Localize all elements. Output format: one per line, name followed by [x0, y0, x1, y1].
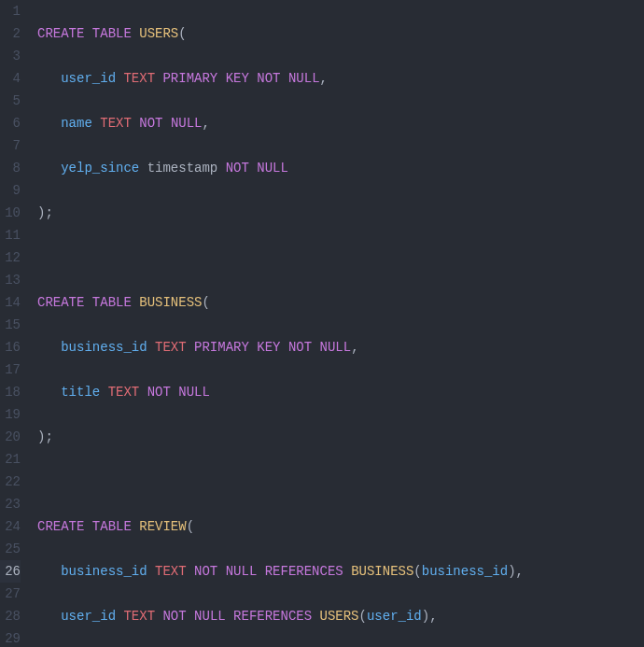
line-number: 23	[0, 493, 21, 515]
line-number: 25	[0, 538, 21, 560]
line-number: 9	[0, 179, 21, 202]
line-number: 19	[0, 403, 21, 426]
code-line[interactable]	[37, 471, 644, 493]
code-line[interactable]: yelp_since timestamp NOT NULL	[37, 157, 644, 179]
line-number-gutter: 1 2 3 4 5 6 7 8 9 10 11 12 13 14 15 16 1…	[0, 0, 37, 647]
line-number: 28	[0, 605, 21, 627]
line-number: 10	[0, 202, 21, 224]
line-number: 13	[0, 269, 21, 291]
code-line[interactable]: CREATE TABLE REVIEW(	[37, 515, 644, 538]
line-number: 5	[0, 90, 21, 112]
code-line[interactable]: CREATE TABLE USERS(	[37, 22, 644, 45]
code-line[interactable]	[37, 246, 644, 269]
line-number: 14	[0, 291, 21, 314]
line-number: 7	[0, 134, 21, 157]
code-line[interactable]: user_id TEXT NOT NULL REFERENCES USERS(u…	[37, 605, 644, 627]
code-line[interactable]: CREATE TABLE BUSINESS(	[37, 291, 644, 314]
line-number: 18	[0, 381, 21, 403]
line-number: 8	[0, 157, 21, 179]
line-number: 4	[0, 67, 21, 90]
code-line[interactable]: title TEXT NOT NULL	[37, 381, 644, 403]
line-number: 27	[0, 583, 21, 605]
code-line[interactable]: );	[37, 426, 644, 448]
line-number: 29	[0, 627, 21, 647]
line-number: 17	[0, 359, 21, 381]
code-line[interactable]: business_id TEXT PRIMARY KEY NOT NULL,	[37, 336, 644, 359]
line-number: 24	[0, 515, 21, 538]
code-line[interactable]: business_id TEXT NOT NULL REFERENCES BUS…	[37, 560, 644, 583]
code-line[interactable]: );	[37, 202, 644, 224]
line-number: 2	[0, 22, 21, 45]
line-number: 1	[0, 0, 21, 22]
line-number: 11	[0, 224, 21, 246]
line-number: 6	[0, 112, 21, 134]
line-number: 21	[0, 448, 21, 471]
line-number: 26	[0, 560, 21, 583]
line-number: 12	[0, 246, 21, 269]
line-number: 22	[0, 471, 21, 493]
code-editor[interactable]: 1 2 3 4 5 6 7 8 9 10 11 12 13 14 15 16 1…	[0, 0, 644, 647]
code-content[interactable]: CREATE TABLE USERS( user_id TEXT PRIMARY…	[37, 0, 644, 647]
code-line[interactable]: name TEXT NOT NULL,	[37, 112, 644, 134]
line-number: 3	[0, 45, 21, 67]
code-line[interactable]: user_id TEXT PRIMARY KEY NOT NULL,	[37, 67, 644, 90]
line-number: 20	[0, 426, 21, 448]
line-number: 15	[0, 314, 21, 336]
line-number: 16	[0, 336, 21, 359]
